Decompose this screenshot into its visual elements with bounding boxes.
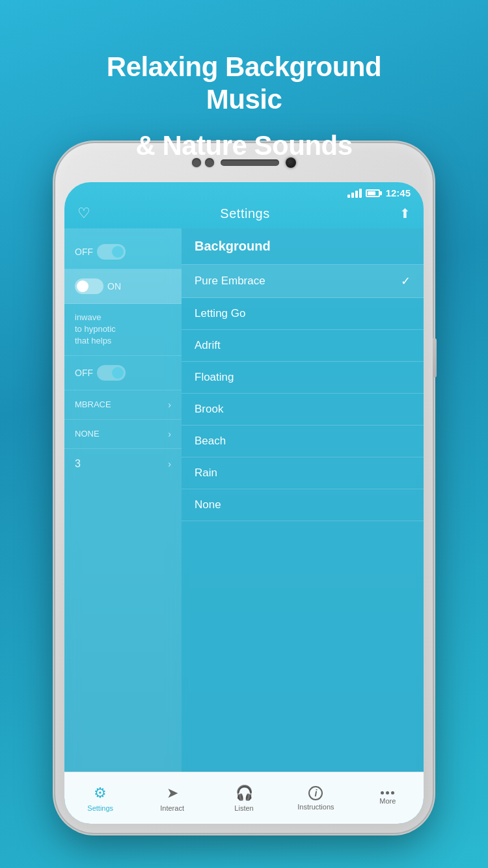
share-icon[interactable]: ⬆ [400,206,411,221]
dropdown-item-label-3: Floating [195,371,234,384]
dropdown-item-6[interactable]: Rain [182,457,424,489]
number-chevron: › [168,459,171,469]
settings-icon: ⚙ [94,785,107,802]
number-row[interactable]: 3 › [64,449,182,479]
bottom-nav: ⚙ Settings ➤ Interact 🎧 Listen i Instruc… [64,772,424,824]
screen-title: Settings [220,206,269,221]
nav-item-settings[interactable]: ⚙ Settings [64,780,136,817]
nav-item-listen[interactable]: 🎧 Listen [208,780,280,817]
phone-frame: 12:45 ♡ Settings ⬆ OFF [55,143,433,833]
none-text: NONE [75,429,100,439]
dropdown-item-0[interactable]: Pure Embrace ✓ [182,265,424,298]
none-row[interactable]: NONE › [64,420,182,449]
dropdown-item-7[interactable]: None [182,489,424,521]
dropdown-item-4[interactable]: Brook [182,394,424,426]
battery-icon [366,189,382,197]
number-value: 3 [75,458,81,470]
toggle-row-3[interactable]: OFF [64,356,182,390]
nav-item-instructions[interactable]: i Instructions [280,781,351,816]
toggle3-label: OFF [75,368,93,378]
dropdown-item-5[interactable]: Beach [182,426,424,457]
signal-icon [347,189,362,198]
left-panel: OFF ON inwave [64,228,182,785]
dropdown-panel: Background Pure Embrace ✓ Letting Go Adr… [182,228,424,785]
nav-label-interact: Interact [160,804,184,812]
embrace-chevron: › [168,400,171,410]
toggle-1-thumb [112,246,124,258]
checkmark-icon: ✓ [401,274,411,288]
battery-fill [368,191,376,195]
phone-screen: 12:45 ♡ Settings ⬆ OFF [64,182,424,824]
toggle-3-thumb [112,367,124,379]
headphones-icon: 🎧 [236,785,253,802]
text-line-2: to hypnotic [75,323,171,335]
dropdown-item-label-1: Letting Go [195,307,245,320]
dropdown-item-3[interactable]: Floating [182,362,424,394]
dot-3 [391,791,394,794]
dropdown-item-1[interactable]: Letting Go [182,298,424,330]
interact-icon: ➤ [167,785,178,802]
toggle-row-1[interactable]: OFF [64,235,182,269]
side-button [433,338,437,377]
app-promo-header: Relaxing Background Music & Nature Sound… [0,0,488,175]
text-block: inwave to hypnotic that helps [64,304,182,356]
dropdown-item-label-0: Pure Embrace [195,275,265,288]
toggle-2[interactable] [75,278,103,294]
dropdown-item-label-5: Beach [195,435,226,448]
nav-label-settings: Settings [87,804,113,812]
promo-subtitle: & Nature Sounds [39,129,449,162]
nav-label-listen: Listen [234,804,253,812]
nav-item-interact[interactable]: ➤ Interact [136,780,208,817]
heart-icon[interactable]: ♡ [77,205,90,222]
signal-bar-1 [347,195,350,198]
dropdown-item-label-6: Rain [195,467,217,480]
info-icon: i [308,786,323,800]
content-area: OFF ON inwave [64,228,424,785]
promo-title: Relaxing Background Music [39,25,449,129]
dropdown-title: Background [195,239,271,253]
nav-item-more[interactable]: More [352,786,424,810]
none-chevron: › [168,429,171,439]
toggle1-label: OFF [75,247,93,257]
more-icon [381,791,394,794]
nav-label-instructions: Instructions [297,803,334,811]
nav-label-more: More [379,797,396,805]
text-line-3: that helps [75,335,171,347]
signal-bar-4 [359,189,362,198]
dot-2 [386,791,389,794]
dot-1 [381,791,384,794]
dropdown-item-label-7: None [195,498,221,511]
toggle2-label: ON [107,281,121,292]
toggle-3[interactable] [97,365,126,381]
toggle-row-2[interactable]: ON [64,269,182,304]
embrace-text: MBRACE [75,400,111,409]
signal-bar-2 [351,193,354,198]
dropdown-header: Background [182,228,424,265]
dropdown-item-label-4: Brook [195,403,223,416]
signal-bar-3 [355,191,358,198]
embrace-row[interactable]: MBRACE › [64,390,182,420]
toggle-1[interactable] [97,244,126,260]
battery-body [366,189,380,197]
dropdown-item-label-2: Adrift [195,339,221,352]
phone-mockup: 12:45 ♡ Settings ⬆ OFF [55,143,433,833]
status-bar: 12:45 [64,182,424,201]
screen-header: ♡ Settings ⬆ [64,201,424,228]
text-line-1: inwave [75,312,171,323]
dropdown-item-2[interactable]: Adrift [182,330,424,362]
toggle-2-thumb [77,280,88,292]
battery-tip [380,191,382,195]
clock-time: 12:45 [386,187,411,198]
